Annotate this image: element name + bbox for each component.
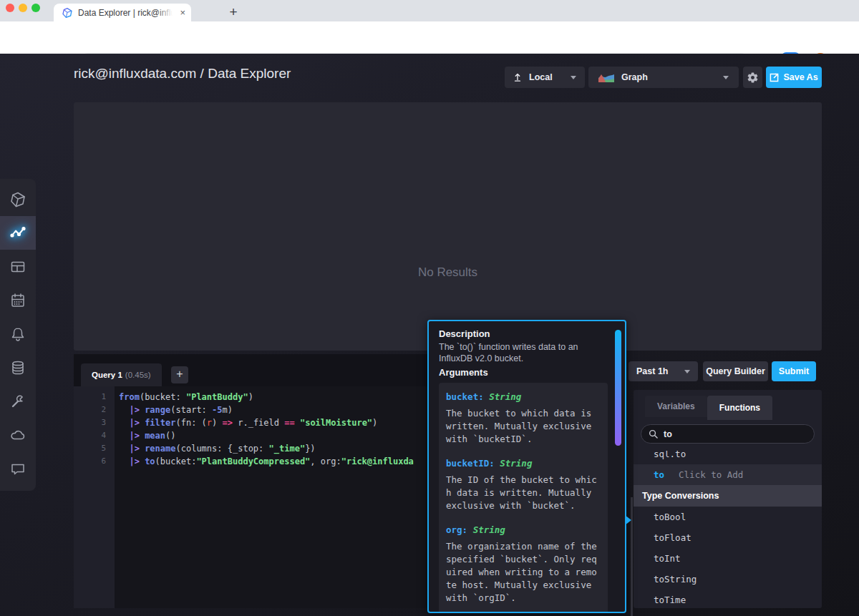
functions-panel: Variables Functions to sql.totoClick to … bbox=[634, 390, 822, 608]
time-range-dropdown[interactable]: Past 1h bbox=[629, 361, 698, 381]
gear-icon bbox=[747, 72, 759, 84]
calendar-icon bbox=[9, 292, 26, 309]
graph-type-icon bbox=[598, 72, 614, 83]
influxdb-app: rick@influxdata.com / Data Explorer Loca… bbox=[0, 54, 859, 616]
influxdb-favicon bbox=[62, 7, 73, 19]
tooltip-scrollbar[interactable] bbox=[615, 330, 621, 446]
function-list-item[interactable]: toString bbox=[634, 569, 822, 590]
function-list-item[interactable]: toClick to Add bbox=[634, 464, 822, 485]
function-list-item[interactable]: toTime bbox=[634, 590, 822, 605]
functions-search-input[interactable]: to bbox=[641, 424, 815, 444]
sidebar-item-usage-cloud[interactable] bbox=[0, 418, 36, 451]
visualization-type-dropdown[interactable]: Graph bbox=[588, 67, 739, 88]
window-minimize-button[interactable] bbox=[19, 4, 27, 12]
sidebar-item-settings[interactable] bbox=[0, 384, 36, 418]
sidebar-item-alerts[interactable] bbox=[0, 317, 36, 351]
bell-icon bbox=[9, 326, 26, 343]
results-panel: No Results bbox=[74, 102, 822, 351]
search-icon bbox=[649, 429, 658, 439]
settings-gear-button[interactable] bbox=[743, 67, 762, 88]
tooltip-arguments: bucket: StringThe bucket to which data i… bbox=[439, 383, 608, 613]
line-number: 5 bbox=[74, 442, 115, 455]
code-text: |> rename(columns: {_stop: "_time"}) bbox=[115, 442, 316, 455]
chevron-down-icon bbox=[684, 370, 690, 373]
wrench-icon bbox=[9, 393, 26, 410]
sidebar-item-feedback[interactable] bbox=[0, 451, 36, 485]
tooltip-arrow bbox=[625, 515, 631, 525]
screen: Data Explorer | rick@influxdata × + us-w… bbox=[0, 0, 859, 616]
line-number: 2 bbox=[74, 404, 115, 416]
graph-dropdown-label: Graph bbox=[621, 72, 648, 82]
sidebar-item-tasks[interactable] bbox=[0, 283, 36, 317]
window-zoom-button[interactable] bbox=[31, 4, 40, 12]
dashboards-icon bbox=[9, 258, 26, 275]
upload-icon bbox=[513, 72, 522, 82]
query-tab[interactable]: Query 1 (0.45s) bbox=[81, 363, 162, 386]
line-number: 1 bbox=[74, 391, 115, 404]
line-number: 4 bbox=[74, 429, 115, 442]
function-tooltip: Description The `to()` function writes d… bbox=[427, 320, 626, 613]
argument-block: org: StringThe organization name of the … bbox=[446, 524, 601, 605]
sidebar-item-load-data[interactable] bbox=[0, 351, 36, 384]
code-text: from(bucket: "PlantBuddy") bbox=[115, 391, 253, 404]
sidebar-item-dashboards[interactable] bbox=[0, 250, 36, 283]
functions-panel-tabs: Variables Functions bbox=[645, 396, 772, 420]
code-text: |> mean() bbox=[115, 429, 176, 442]
local-dropdown[interactable]: Local bbox=[505, 67, 585, 88]
window-close-button[interactable] bbox=[6, 4, 14, 12]
sidebar-item-data-explorer[interactable] bbox=[0, 216, 36, 250]
add-query-button[interactable]: + bbox=[171, 366, 188, 383]
local-dropdown-label: Local bbox=[529, 72, 553, 82]
tab-variables[interactable]: Variables bbox=[645, 396, 707, 417]
chevron-down-icon bbox=[723, 76, 729, 79]
line-number: 3 bbox=[74, 416, 115, 429]
sidebar-item-influxdb-logo[interactable] bbox=[0, 182, 36, 216]
function-list-item[interactable]: sql.to bbox=[634, 451, 822, 464]
data-explorer-graph-icon bbox=[9, 225, 26, 242]
query-duration: (0.45s) bbox=[125, 371, 151, 379]
tab-title: Data Explorer | rick@influxdata bbox=[78, 8, 173, 18]
query-builder-button[interactable]: Query Builder bbox=[703, 361, 768, 381]
page-title: rick@influxdata.com / Data Explorer bbox=[74, 66, 291, 82]
code-text: |> filter(fn: (r) => r._field == "soilMo… bbox=[115, 416, 377, 429]
tab-close-icon[interactable]: × bbox=[180, 8, 185, 17]
function-list-item[interactable]: toInt bbox=[634, 548, 822, 569]
code-text: |> to(bucket:"PlantBuddyCompressed", org… bbox=[115, 455, 414, 468]
save-as-button[interactable]: Save As bbox=[766, 67, 822, 88]
function-list-item[interactable]: toFloat bbox=[634, 527, 822, 548]
search-value: to bbox=[664, 429, 672, 439]
time-range-label: Past 1h bbox=[636, 366, 668, 376]
cloud-icon bbox=[9, 426, 26, 444]
line-number: 6 bbox=[74, 455, 115, 468]
new-tab-button[interactable]: + bbox=[225, 4, 242, 21]
click-to-add-hint: Click to Add bbox=[679, 469, 743, 480]
argument-block: bucket: StringThe bucket to which data i… bbox=[446, 391, 601, 446]
function-category-header: Type Conversions bbox=[634, 485, 822, 507]
submit-button[interactable]: Submit bbox=[772, 361, 816, 381]
argument-block: bucketID: StringThe ID of the bucket to … bbox=[446, 458, 601, 512]
chat-bubble-icon bbox=[9, 460, 26, 477]
export-icon bbox=[770, 73, 779, 82]
no-results-text: No Results bbox=[74, 265, 822, 280]
tooltip-description: The `to()` function writes data to an In… bbox=[439, 341, 613, 364]
nav-sidebar bbox=[0, 179, 36, 491]
influxdb-logo-icon bbox=[9, 191, 26, 208]
code-text: |> range(start: -5m) bbox=[115, 404, 233, 416]
save-as-label: Save As bbox=[783, 72, 817, 82]
browser-toolbar: us-west-2-1.aws.cloud2.influxdata.com/or… bbox=[0, 21, 859, 54]
chevron-down-icon bbox=[571, 76, 576, 79]
query-tab-label: Query 1 bbox=[92, 371, 122, 379]
function-list-item[interactable]: toBool bbox=[634, 507, 822, 527]
tooltip-arguments-heading: Arguments bbox=[439, 367, 613, 378]
tab-functions[interactable]: Functions bbox=[707, 396, 772, 420]
browser-tab[interactable]: Data Explorer | rick@influxdata × bbox=[54, 4, 191, 21]
browser-tab-strip: Data Explorer | rick@influxdata × + bbox=[0, 0, 859, 21]
database-icon bbox=[9, 359, 26, 376]
tooltip-description-heading: Description bbox=[439, 328, 613, 339]
functions-list: sql.totoClick to AddType ConversionstoBo… bbox=[634, 451, 822, 605]
